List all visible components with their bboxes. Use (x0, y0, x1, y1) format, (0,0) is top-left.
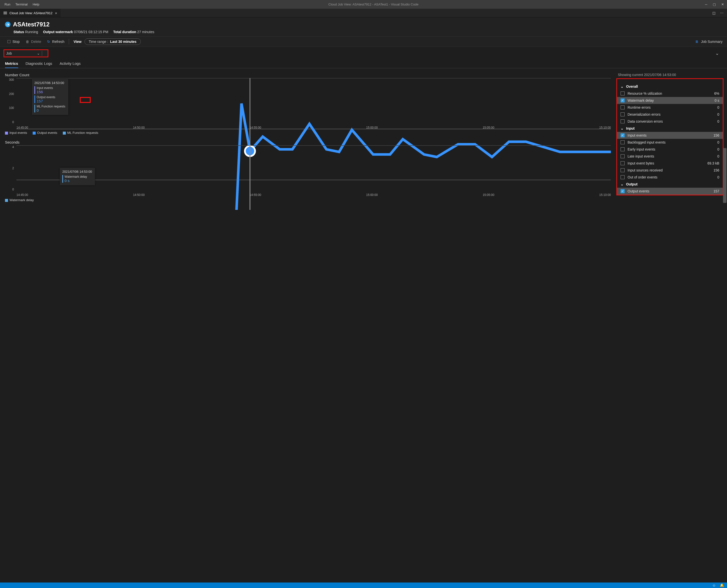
more-icon[interactable]: ⋯ (720, 11, 724, 15)
resource-selector[interactable]: Job ⌄ (3, 49, 48, 57)
maximize-icon[interactable]: ▢ (713, 2, 716, 6)
metric-label: Input sources received (627, 168, 713, 172)
checkbox[interactable] (621, 147, 624, 151)
group-input[interactable]: ⌄Input (617, 125, 723, 132)
metric-label: Resource % utilization (627, 91, 714, 96)
metric-value: 0 (717, 147, 719, 151)
collapse-icon[interactable]: ⌄ (715, 50, 719, 56)
refresh-button[interactable]: ↻ Refresh (44, 39, 67, 45)
refresh-label: Refresh (52, 40, 64, 44)
stop-button[interactable]: Stop (4, 39, 23, 45)
window-controls: ─ ▢ ✕ (705, 2, 725, 6)
status-label: Status (14, 30, 24, 34)
checkbox[interactable] (621, 133, 624, 137)
action-toolbar: Stop 🗑 Delete ↻ Refresh View Time range … (0, 36, 727, 47)
metric-value: 0 (717, 105, 719, 109)
chart2[interactable]: 420 2021/07/06 14:53:00 Watermark delay0… (5, 145, 613, 195)
metric-row[interactable]: Early input events0 (617, 146, 723, 153)
time-range-label: Time range : (89, 40, 108, 44)
metric-label: Deserialization errors (627, 112, 717, 117)
metric-row[interactable]: Out of order events0 (617, 174, 723, 181)
metric-label: Watermark delay (627, 99, 714, 102)
menu-help[interactable]: Help (30, 1, 42, 8)
tab-cloud-job-view[interactable]: Cloud Job View: ASAtest7912 × (0, 9, 61, 17)
watermark-value: 07/06/21 03:12:15 PM (74, 30, 108, 34)
charts-column: Number Count 3002001000 202 (0, 68, 616, 210)
stop-label: Stop (13, 40, 20, 44)
metric-value: 0 (717, 119, 719, 123)
tab-diagnostic-logs[interactable]: Diagnostic Logs (26, 60, 52, 68)
minimize-icon[interactable]: ─ (705, 2, 707, 6)
stream-analytics-icon: ◔ (5, 22, 10, 27)
split-editor-icon[interactable]: ◫ (712, 11, 715, 15)
metric-row[interactable]: Output events157 (617, 188, 723, 195)
view-label: View (70, 39, 85, 45)
checkbox[interactable] (621, 168, 624, 172)
metric-value: 157 (713, 189, 719, 193)
metric-row[interactable]: Data conversion errors0 (617, 118, 723, 125)
checkbox[interactable] (621, 140, 624, 144)
scrollbar[interactable] (723, 148, 727, 203)
metric-value: 0 (717, 140, 719, 144)
list-icon (3, 12, 7, 14)
tab-metrics[interactable]: Metrics (5, 60, 18, 68)
metric-value: 0 s (714, 99, 719, 102)
chart1-y-axis: 3002001000 (5, 78, 16, 124)
job-summary-button[interactable]: 🗎 Job Summary (695, 40, 723, 44)
checkbox[interactable] (621, 189, 624, 193)
metric-label: Out of order events (627, 175, 717, 179)
chart1-title: Number Count (5, 73, 613, 77)
job-name: ASAtest7912 (13, 21, 49, 28)
metric-row[interactable]: Runtime errors0 (617, 104, 723, 111)
tab-label: Cloud Job View: ASAtest7912 (9, 11, 52, 15)
metric-row[interactable]: Watermark delay0 s (617, 97, 723, 104)
metric-row[interactable]: Backlogged input events0 (617, 139, 723, 146)
status-value: Running (25, 30, 38, 34)
checkbox[interactable] (621, 175, 624, 179)
group-output[interactable]: ⌄Output (617, 181, 723, 188)
metric-value: 6% (714, 91, 719, 96)
menu-terminal[interactable]: Terminal (13, 1, 30, 8)
menu-run[interactable]: Run (2, 1, 13, 8)
showing-current-label: Showing current 2021/07/06 14:53:00 (616, 68, 727, 78)
metric-row[interactable]: Deserialization errors0 (617, 111, 723, 118)
metrics-panel: ⌄Overall Resource % utilization6%Waterma… (616, 78, 724, 195)
metric-label: Data conversion errors (627, 119, 717, 123)
checkbox[interactable] (621, 161, 624, 165)
chart2-x-axis: 14:45:0014:50:0014:55:0015:00:0015:05:00… (17, 193, 611, 197)
close-tab-icon[interactable]: × (55, 11, 57, 15)
metric-value: 0 (717, 154, 719, 158)
document-icon: 🗎 (695, 40, 699, 44)
checkbox[interactable] (621, 112, 624, 117)
stop-icon (7, 40, 10, 43)
metric-value: 0 (717, 175, 719, 179)
duration-value: 27 minutes (137, 30, 154, 34)
highlight-marker (80, 97, 91, 103)
delete-button[interactable]: 🗑 Delete (23, 39, 44, 45)
metric-value: 69.3 kB (708, 161, 719, 165)
checkbox[interactable] (621, 91, 624, 96)
metric-row[interactable]: Late input events0 (617, 153, 723, 160)
refresh-icon: ↻ (47, 40, 50, 44)
tab-activity-logs[interactable]: Activity Logs (60, 60, 81, 68)
metric-row[interactable]: Input event bytes69.3 kB (617, 160, 723, 167)
time-range-chip[interactable]: Time range : Last 30 minutes (85, 38, 141, 45)
group-overall[interactable]: ⌄Overall (617, 83, 723, 90)
checkbox[interactable] (621, 154, 624, 158)
close-icon[interactable]: ✕ (721, 2, 724, 6)
checkbox[interactable] (621, 105, 624, 109)
metrics-panel-wrapper: Showing current 2021/07/06 14:53:00 ⌄Ove… (616, 68, 727, 210)
chevron-down-icon: ⌄ (621, 126, 624, 130)
chart1[interactable]: 3002001000 2021/07/06 14:53:00 Input ev (5, 78, 613, 128)
separator (69, 39, 69, 44)
checkbox[interactable] (621, 99, 624, 102)
metric-value: 0 (717, 112, 719, 117)
metric-row[interactable]: Input sources received156 (617, 167, 723, 174)
metric-row[interactable]: Input events156 (617, 132, 723, 139)
metric-label: Input events (627, 133, 713, 137)
menu-bar: Run Terminal Help (2, 1, 42, 8)
sub-tabs: Metrics Diagnostic Logs Activity Logs (0, 60, 727, 68)
checkbox[interactable] (621, 119, 624, 123)
delete-label: Delete (31, 40, 41, 44)
metric-row[interactable]: Resource % utilization6% (617, 90, 723, 97)
